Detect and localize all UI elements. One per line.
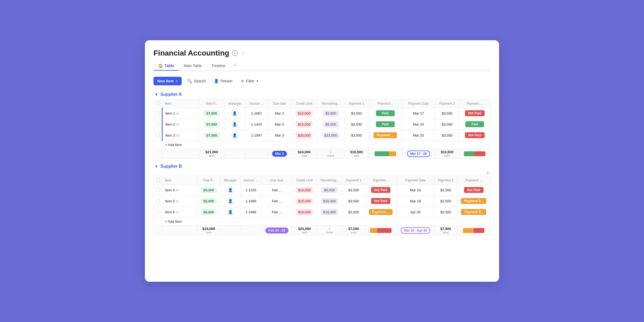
table-row: Item 3 ⊕ $7,000 👤 1-1997 Mar 3 $20,000 $…: [154, 130, 491, 141]
remaining: $10,000: [317, 207, 342, 218]
main-card: Financial Accounting ℹ ☆ 🏠 Table Main Ta…: [145, 40, 499, 282]
remaining: $13,000: [317, 130, 345, 141]
payment1-status: Not Paid: [365, 196, 396, 207]
manager-avatar: 👤: [221, 207, 240, 218]
col-pay1: Payment 1: [344, 99, 368, 108]
tab-main-table[interactable]: Main Table: [179, 61, 207, 71]
row-checkbox[interactable]: [154, 185, 162, 196]
payment1-status: Payment ...: [368, 130, 402, 141]
summary-pay1: $7,500sum: [342, 226, 365, 235]
chevron-down-icon: ▼: [175, 80, 178, 83]
checkbox-header[interactable]: [154, 176, 162, 185]
col-manager: Manager: [221, 176, 240, 185]
remaining: $8,000: [317, 119, 345, 130]
add-subitem-icon[interactable]: ⊕: [176, 188, 179, 192]
add-item-button[interactable]: + Add Item: [162, 218, 491, 226]
search-icon: 🔍: [187, 79, 192, 83]
table-header-row: Item Total P... Manager Invoice ... Due …: [154, 176, 491, 185]
payment2: $3,500: [435, 119, 459, 130]
person-button[interactable]: 👤 Person: [211, 76, 235, 86]
invoice-num: 1-1996: [240, 207, 261, 218]
tabs-bar: 🏠 Table Main Table Timeline +: [153, 61, 491, 71]
payment1: $2,500: [342, 196, 365, 207]
due-date: Feb ...: [261, 207, 292, 218]
supplier-b-header: ▼ Supplier B: [153, 164, 491, 169]
add-subitem-icon[interactable]: ⊕: [176, 133, 179, 137]
due-date: Mar 3: [268, 108, 291, 119]
item-name: Item 2 ⊕: [162, 119, 199, 130]
col-item: Item: [162, 99, 199, 108]
due-date: Feb ...: [261, 196, 292, 207]
col-total: Total P...: [197, 176, 221, 185]
item-name: Item 4 ⊕: [162, 185, 197, 196]
page-title: Financial Accounting: [153, 49, 229, 57]
col-item: Item: [162, 176, 197, 185]
manager-avatar: 👤: [224, 119, 246, 130]
table-row: Item 6 ⊕ $5,000 👤 1-1996 Feb ... $15,000…: [154, 207, 491, 218]
home-icon: 🏠: [158, 64, 163, 68]
payment1-status: Not Paid: [365, 185, 396, 196]
tab-timeline[interactable]: Timeline: [207, 61, 230, 71]
resize-handle[interactable]: ⇕: [153, 171, 489, 175]
avatar: 👤: [231, 121, 238, 128]
add-subitem-icon[interactable]: ⊕: [176, 199, 179, 203]
table-row: Item 1 ⊕ $7,000 👤 1-1887 Mar 3 $10,000 $…: [154, 108, 491, 119]
payment-date: Mar 18: [396, 196, 434, 207]
total-amount: $5,000: [197, 196, 221, 207]
payment-date: Mar 24: [402, 119, 435, 130]
col-due: Due date: [268, 99, 291, 108]
info-icon[interactable]: ℹ: [232, 50, 238, 56]
filter-button[interactable]: ⛛ Filter ▼: [238, 77, 261, 86]
invoice-num: 1-1887: [245, 108, 268, 119]
invoice-num: 1-1996: [240, 196, 261, 207]
row-checkbox[interactable]: [154, 130, 162, 141]
avatar: 👤: [231, 110, 238, 117]
add-item-button[interactable]: + Add Item: [162, 141, 491, 149]
payment2: $2,500: [434, 185, 457, 196]
col-due: Due date: [261, 176, 292, 185]
col-remaining: Remaining...: [317, 176, 342, 185]
row-checkbox[interactable]: [154, 196, 162, 207]
search-button[interactable]: 🔍 Search: [184, 76, 208, 86]
tab-table[interactable]: 🏠 Table: [153, 61, 179, 71]
add-item-row: + Add Item: [154, 141, 491, 149]
supplier-a-collapse-icon[interactable]: ▼: [155, 92, 158, 97]
tab-add-button[interactable]: +: [230, 61, 240, 71]
payment2: $2,500: [434, 196, 457, 207]
col-pay1: Payment 1: [342, 176, 365, 185]
add-subitem-icon[interactable]: ⊕: [176, 210, 179, 214]
avatar: 👤: [231, 132, 238, 139]
credit-limit: $15,000: [292, 196, 317, 207]
checkbox-header[interactable]: [154, 99, 162, 108]
avatar: 👤: [227, 186, 234, 193]
payment1-status: Paid: [368, 119, 402, 130]
summary-remaining: -none: [317, 226, 342, 235]
payment1-status: Paid: [368, 108, 402, 119]
manager-avatar: 👤: [224, 108, 246, 119]
star-icon[interactable]: ☆: [240, 50, 245, 56]
credit-limit: $15,000: [292, 207, 317, 218]
new-item-button[interactable]: New Item ▼: [153, 77, 182, 85]
row-checkbox[interactable]: [154, 108, 162, 119]
payment1: $2,500: [342, 185, 365, 196]
table-row: Item 2 ⊕ $7,000 👤 1-1443 Mar 3 $15,000 $…: [154, 119, 491, 130]
summary-pay1-bar: [368, 149, 402, 159]
row-checkbox[interactable]: [154, 207, 162, 218]
avatar: 👤: [227, 208, 234, 215]
supplier-a-section: ▼ Supplier A Item Total P... Manager Inv…: [153, 92, 491, 159]
row-checkbox[interactable]: [154, 119, 162, 130]
supplier-b-section: ▼ Supplier B ⇕ Item Total P... Manager I…: [153, 164, 491, 235]
payment2: $3,500: [435, 108, 459, 119]
payment2-status: Not Paid: [459, 108, 490, 119]
date-pill: Mar 3: [272, 151, 287, 157]
add-subitem-icon[interactable]: ⊕: [176, 122, 179, 126]
total-amount: $7,000: [199, 108, 224, 119]
total-amount: $5,000: [197, 185, 221, 196]
due-date: Feb ...: [261, 185, 292, 196]
supplier-b-collapse-icon[interactable]: ▼: [155, 164, 158, 169]
col-paydate: Payment Date: [396, 176, 434, 185]
due-date: Mar 3: [268, 119, 291, 130]
add-subitem-icon[interactable]: ⊕: [176, 111, 179, 115]
col-pay2status: Payment ...: [459, 99, 490, 108]
col-credit: Credit Limit: [291, 99, 317, 108]
